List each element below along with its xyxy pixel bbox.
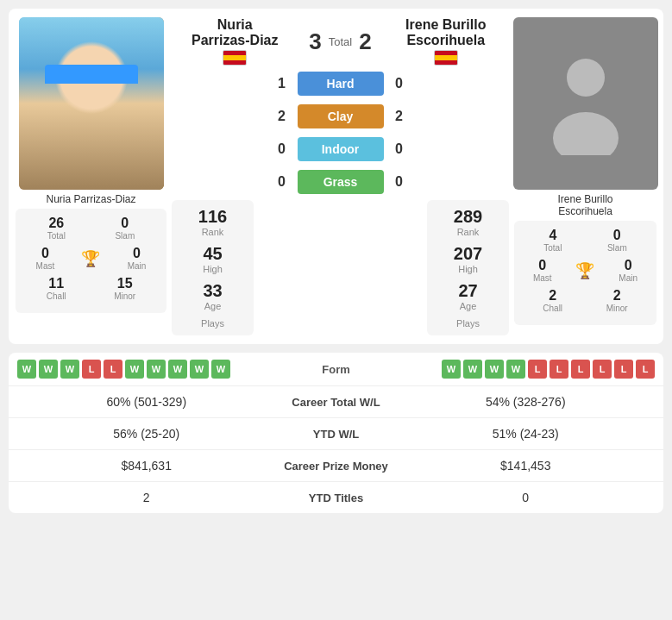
player1-ytd-wl: 56% (25-20) [17, 427, 276, 441]
player2-age: 27 [437, 281, 499, 301]
player2-high: 207 [437, 244, 499, 264]
ytd-titles-row: 2 YTD Titles 0 [9, 481, 663, 513]
player2-minor-label: Minor [606, 304, 628, 313]
bottom-section: WWWLLWWWWW Form WWWWLLLLLL 60% (501-329)… [9, 353, 663, 513]
player1-career-wl: 60% (501-329) [17, 395, 276, 409]
player1-name-under-photo: Nuria Parrizas-Diaz [46, 193, 135, 205]
player1-stats-box: 26 Total 0 Slam 0 Mast 🏆 [16, 209, 166, 313]
ytd-wl-row: 56% (25-20) YTD W/L 51% (24-23) [9, 417, 663, 449]
form-label: Form [311, 363, 362, 376]
player1-mast: 0 [36, 246, 55, 261]
hard-button[interactable]: Hard [298, 72, 384, 96]
player1-main-label: Main [128, 261, 147, 271]
career-wl-label: Career Total W/L [276, 396, 397, 409]
prize-row: $841,631 Career Prize Money $141,453 [9, 449, 663, 481]
player1-slam-label: Slam [115, 231, 135, 241]
player1-prize: $841,631 [17, 459, 276, 473]
total-label: Total [329, 35, 352, 48]
player1-form-badge: L [82, 360, 101, 379]
player1-rank-panel: 116 Rank 45 High 33 Age Plays [172, 200, 254, 335]
player2-rank-panel: 289 Rank 207 High 27 Age Plays [427, 200, 509, 335]
player1-form-badge: W [190, 360, 209, 379]
names-score-row: Nuria Parrizas-Diaz 3 Total 2 Irene Buri… [172, 17, 509, 66]
player2-form-badge: W [506, 360, 525, 379]
player2-chall-label: Chall [543, 304, 562, 313]
player2-photo [513, 17, 658, 190]
player1-flag-icon [223, 50, 247, 66]
player2-minor: 2 [606, 288, 628, 304]
ytd-titles-label: YTD Titles [276, 492, 397, 504]
indoor-button[interactable]: Indoor [298, 137, 384, 161]
hard-right: 0 [391, 76, 408, 91]
player1-form-badge: W [125, 360, 144, 379]
player2-rank: 289 [437, 207, 499, 227]
surfaces-block: 1 Hard 0 2 Clay 2 0 Indoor 0 [172, 69, 509, 197]
form-row: WWWLLWWWWW Form WWWWLLLLLL [9, 353, 663, 385]
player1-age-label: Age [182, 301, 243, 311]
player2-form-badge: L [636, 360, 655, 379]
player1-form-badge: W [211, 360, 230, 379]
player2-form-badge: W [485, 360, 504, 379]
player1-rank-label: Rank [182, 227, 243, 237]
grass-row: 0 Grass 0 [172, 167, 509, 197]
hard-left: 1 [273, 76, 291, 91]
player2-chall: 2 [543, 288, 562, 304]
player2-name-header: Irene Burillo Escorihuela [383, 17, 510, 66]
player2-form-badge: L [593, 360, 612, 379]
player1-total-label: Total [47, 231, 66, 241]
player2-slam-label: Slam [607, 243, 627, 253]
player2-age-label: Age [437, 301, 499, 311]
svg-point-0 [567, 59, 605, 97]
player2-ytd-wl: 51% (24-23) [397, 427, 656, 441]
score-left: 3 [309, 28, 321, 55]
player1-chall: 11 [47, 276, 66, 291]
player2-plays-label: Plays [437, 318, 499, 329]
indoor-left: 0 [273, 141, 291, 157]
center-spacer [259, 200, 422, 335]
player2-flag [383, 50, 510, 66]
player1-minor: 15 [114, 276, 135, 291]
player2-rank-label: Rank [437, 227, 499, 237]
player1-minor-label: Minor [114, 291, 135, 301]
player1-high-label: High [182, 264, 243, 274]
player1-plays-label: Plays [182, 318, 243, 329]
player1-mast-label: Mast [36, 261, 55, 271]
player2-slam: 0 [607, 228, 627, 243]
score-right: 2 [359, 28, 371, 55]
player1-form-badge: L [104, 360, 122, 379]
player1-high: 45 [182, 244, 243, 264]
player2-silhouette [543, 52, 629, 155]
player2-form-badge: W [442, 360, 461, 379]
career-wl-row: 60% (501-329) Career Total W/L 54% (328-… [9, 385, 663, 417]
player1-slam: 0 [115, 216, 135, 231]
player2-main-label: Main [619, 273, 637, 283]
player1-flag [172, 50, 298, 66]
clay-row: 2 Clay 2 [172, 102, 509, 131]
player2-form-badge: L [528, 360, 547, 379]
player1-form-badge: W [60, 360, 79, 379]
grass-button[interactable]: Grass [298, 170, 384, 194]
player2-form-badge: W [463, 360, 482, 379]
clay-right: 2 [391, 109, 408, 124]
player2-name-under-photo: Irene BurilloEscorihuela [557, 193, 612, 217]
player1-form-badges: WWWLLWWWWW [17, 360, 307, 379]
player1-main: 0 [128, 246, 147, 261]
center-area: Nuria Parrizas-Diaz 3 Total 2 Irene Buri… [172, 17, 509, 335]
player1-chall-label: Chall [47, 291, 66, 301]
player2-stats-box: 4 Total 0 Slam 0 Mast 🏆 [514, 221, 656, 325]
player1-rank: 116 [182, 207, 243, 227]
player1-trophy: 🏆 [81, 249, 100, 268]
clay-button[interactable]: Clay [298, 104, 384, 128]
player2-total: 4 [543, 228, 562, 243]
player2-form-badges: WWWWLLLLLL [366, 360, 656, 379]
player1-ytd-titles: 2 [17, 491, 276, 504]
prize-label: Career Prize Money [276, 460, 397, 473]
player2-prize: $141,453 [397, 459, 656, 473]
player2-high-label: High [437, 264, 499, 274]
hard-row: 1 Hard 0 [172, 69, 509, 98]
player1-form-badge: W [147, 360, 166, 379]
grass-left: 0 [273, 174, 291, 190]
player2-mast: 0 [533, 258, 552, 273]
player1-total: 26 [47, 216, 66, 231]
rank-panels: 116 Rank 45 High 33 Age Plays [172, 200, 509, 335]
